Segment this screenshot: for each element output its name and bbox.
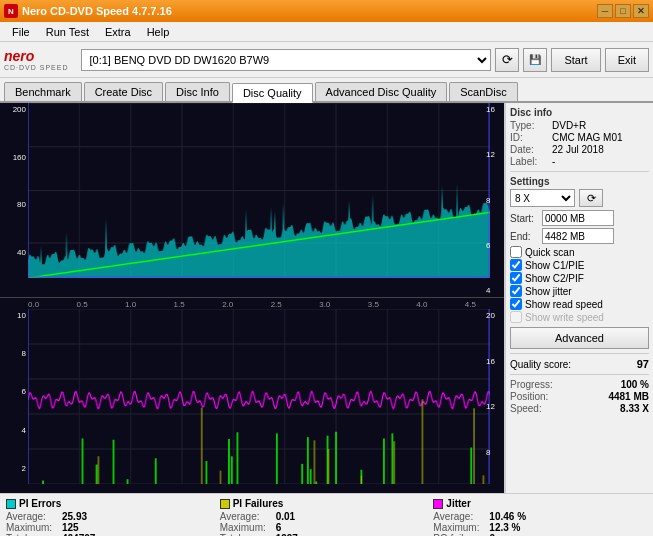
- advanced-button[interactable]: Advanced: [510, 327, 649, 349]
- y-axis-left-lower: 10 8 6 4 2: [0, 309, 28, 493]
- y-axis-left-upper: 200 160 80 40: [0, 103, 28, 297]
- logo-nero: nero: [4, 48, 34, 64]
- y-upper-200: 200: [2, 105, 26, 114]
- pi-errors-group: PI Errors Average: 25.93 Maximum: 125 To…: [6, 498, 220, 536]
- jitter-avg-row: Average: 10.46 %: [433, 511, 647, 522]
- disc-label-value: -: [552, 156, 555, 167]
- right-panel: Disc info Type: DVD+R ID: CMC MAG M01 Da…: [505, 103, 653, 493]
- pi-failures-color: [220, 499, 230, 509]
- minimize-button[interactable]: ─: [597, 4, 613, 18]
- menu-bar: File Run Test Extra Help: [0, 22, 653, 42]
- progress-row: Progress: 100 %: [510, 379, 649, 390]
- position-value: 4481 MB: [608, 391, 649, 402]
- pi-errors-max-row: Maximum: 125: [6, 522, 220, 533]
- start-input[interactable]: [542, 210, 614, 226]
- quality-row: Quality score: 97: [510, 358, 649, 370]
- end-input[interactable]: [542, 228, 614, 244]
- jitter-max-value: 12.3 %: [489, 522, 520, 533]
- show-write-speed-row: Show write speed: [510, 311, 649, 323]
- logo: nero CD·DVD SPEED: [4, 48, 69, 71]
- pi-errors-label: PI Errors: [19, 498, 61, 509]
- tab-benchmark[interactable]: Benchmark: [4, 82, 82, 101]
- exit-button[interactable]: Exit: [605, 48, 649, 72]
- y-lower-8: 8: [2, 349, 26, 358]
- tab-disc-info[interactable]: Disc Info: [165, 82, 230, 101]
- pi-errors-header: PI Errors: [6, 498, 220, 509]
- refresh-button[interactable]: ⟳: [495, 48, 519, 72]
- pi-errors-max-value: 125: [62, 522, 79, 533]
- save-button[interactable]: 💾: [523, 48, 547, 72]
- disc-date-row: Date: 22 Jul 2018: [510, 144, 649, 155]
- show-jitter-row: Show jitter: [510, 285, 649, 297]
- settings-refresh-btn[interactable]: ⟳: [579, 189, 603, 207]
- pi-failures-label: PI Failures: [233, 498, 284, 509]
- jitter-max-row: Maximum: 12.3 %: [433, 522, 647, 533]
- jitter-label: Jitter: [446, 498, 470, 509]
- quick-scan-row: Quick scan: [510, 246, 649, 258]
- menu-help[interactable]: Help: [139, 24, 178, 40]
- pi-errors-avg-value: 25.93: [62, 511, 87, 522]
- end-label: End:: [510, 231, 540, 242]
- show-jitter-checkbox[interactable]: [510, 285, 522, 297]
- pi-failures-max-value: 6: [276, 522, 282, 533]
- tab-bar: Benchmark Create Disc Disc Info Disc Qua…: [0, 78, 653, 103]
- maximize-button[interactable]: □: [615, 4, 631, 18]
- quick-scan-checkbox[interactable]: [510, 246, 522, 258]
- show-c1pie-row: Show C1/PIE: [510, 259, 649, 271]
- menu-file[interactable]: File: [4, 24, 38, 40]
- tab-scan-disc[interactable]: ScanDisc: [449, 82, 517, 101]
- tab-advanced-disc-quality[interactable]: Advanced Disc Quality: [315, 82, 448, 101]
- pi-failures-avg-label: Average:: [220, 511, 272, 522]
- menu-extra[interactable]: Extra: [97, 24, 139, 40]
- show-c1pie-checkbox[interactable]: [510, 259, 522, 271]
- y-lower-2: 2: [2, 464, 26, 473]
- show-c2pif-checkbox[interactable]: [510, 272, 522, 284]
- quality-score-label: Quality score:: [510, 359, 571, 370]
- y-upper-80: 80: [2, 200, 26, 209]
- jitter-color: [433, 499, 443, 509]
- toolbar: nero CD·DVD SPEED [0:1] BENQ DVD DD DW16…: [0, 42, 653, 78]
- position-row: Position: 4481 MB: [510, 391, 649, 402]
- jitter-max-label: Maximum:: [433, 522, 485, 533]
- show-c2pif-row: Show C2/PIF: [510, 272, 649, 284]
- disc-date-value: 22 Jul 2018: [552, 144, 604, 155]
- jitter-avg-value: 10.46 %: [489, 511, 526, 522]
- disc-info-title: Disc info: [510, 107, 649, 118]
- start-label: Start:: [510, 213, 540, 224]
- divider-1: [510, 171, 649, 172]
- window-controls: ─ □ ✕: [597, 4, 649, 18]
- pi-failures-group: PI Failures Average: 0.01 Maximum: 6 Tot…: [220, 498, 434, 536]
- jitter-header: Jitter: [433, 498, 647, 509]
- divider-3: [510, 374, 649, 375]
- quality-score-value: 97: [637, 358, 649, 370]
- start-button[interactable]: Start: [551, 48, 600, 72]
- pi-errors-color: [6, 499, 16, 509]
- title-bar: N Nero CD-DVD Speed 4.7.7.16 ─ □ ✕: [0, 0, 653, 22]
- chart-lower: 10 8 6 4 2 20 16 12 8 4: [0, 309, 504, 493]
- speed-select[interactable]: 8 X: [510, 189, 575, 207]
- end-field-row: End:: [510, 228, 649, 244]
- disc-type-label: Type:: [510, 120, 550, 131]
- tab-create-disc[interactable]: Create Disc: [84, 82, 163, 101]
- speed-label: Speed:: [510, 403, 542, 414]
- app-icon: N: [4, 4, 18, 18]
- tab-disc-quality[interactable]: Disc Quality: [232, 83, 313, 103]
- pi-failures-avg-row: Average: 0.01: [220, 511, 434, 522]
- show-read-speed-checkbox[interactable]: [510, 298, 522, 310]
- device-selector[interactable]: [0:1] BENQ DVD DD DW1620 B7W9: [81, 49, 492, 71]
- show-read-speed-label: Show read speed: [525, 299, 603, 310]
- disc-disc-label: Label:: [510, 156, 550, 167]
- pi-failures-header: PI Failures: [220, 498, 434, 509]
- quick-scan-label: Quick scan: [525, 247, 574, 258]
- app-title: Nero CD-DVD Speed 4.7.7.16: [22, 5, 172, 17]
- pi-errors-max-label: Maximum:: [6, 522, 58, 533]
- pi-failures-max-row: Maximum: 6: [220, 522, 434, 533]
- menu-run-test[interactable]: Run Test: [38, 24, 97, 40]
- show-c1pie-label: Show C1/PIE: [525, 260, 584, 271]
- position-label: Position:: [510, 391, 548, 402]
- close-button[interactable]: ✕: [633, 4, 649, 18]
- chart-upper: 200 160 80 40 16 12 8 6 4: [0, 103, 504, 298]
- x-axis-upper: 0.0 0.5 1.0 1.5 2.0 2.5 3.0 3.5 4.0 4.5: [0, 298, 504, 309]
- show-read-speed-row: Show read speed: [510, 298, 649, 310]
- logo-sub: CD·DVD SPEED: [4, 64, 69, 71]
